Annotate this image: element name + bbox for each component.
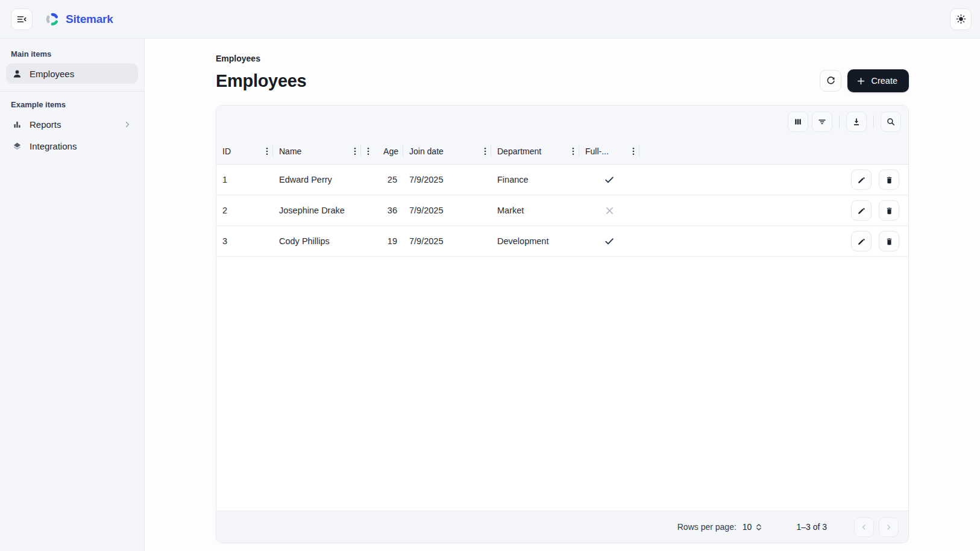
sidebar-item-employees[interactable]: Employees [6,63,138,84]
cell-age[interactable]: 25 [361,165,403,195]
prev-page-button[interactable] [854,517,874,537]
sidebar-item-label: Employees [30,69,74,79]
table-row[interactable]: 3Cody Phillips197/9/2025Development [216,226,908,257]
column-header-department[interactable]: Department [491,138,579,164]
sidebar-item-label: Integrations [30,141,77,151]
bar-chart-icon [12,119,22,130]
cell-age[interactable]: 19 [361,226,403,256]
sidebar-item-reports[interactable]: Reports [6,114,138,134]
main-content: Employees Employees [145,39,980,551]
refresh-icon [826,76,836,86]
filter-icon [817,117,827,127]
rows-per-page-select[interactable]: 10 [743,522,764,532]
edit-button[interactable] [851,169,872,190]
trash-icon [885,206,894,215]
data-grid: IDNameAgeJoin dateDepartmentFull-... 1Ed… [216,105,909,543]
column-header-name[interactable]: Name [273,138,361,164]
column-menu-icon[interactable] [568,147,574,156]
theme-toggle-button[interactable] [950,8,972,30]
sun-icon [956,14,966,24]
column-header-label: ID [222,146,231,156]
brand-mark-icon [45,11,60,27]
toolbar-divider [873,115,874,128]
column-header-join_date[interactable]: Join date [403,138,491,164]
cell-join_date[interactable]: 7/9/2025 [403,195,491,225]
trash-icon [885,237,894,246]
rows-per-page-value: 10 [743,522,752,532]
pagination-controls [854,517,899,537]
check-icon [604,174,615,185]
next-page-button[interactable] [879,517,899,537]
trash-icon [885,175,894,184]
column-header-label: Age [383,146,398,156]
sidebar-section-main-items: Main items [6,47,138,63]
edit-button[interactable] [851,200,872,221]
cell-department[interactable]: Market [491,195,579,225]
cell-name[interactable]: Edward Perry [273,165,361,195]
chevron-right-icon [884,523,893,532]
export-button[interactable] [846,112,867,132]
sidebar-item-integrations[interactable]: Integrations [6,136,138,156]
brand-name: Sitemark [66,13,113,26]
top-bar: Sitemark [0,0,980,39]
brand-logo[interactable]: Sitemark [45,11,113,27]
delete-button[interactable] [879,200,899,221]
column-header-id[interactable]: ID [216,138,273,164]
cell-id[interactable]: 1 [216,165,273,195]
row-actions [639,195,908,225]
refresh-button[interactable] [820,70,841,92]
columns-button[interactable] [788,112,808,132]
chevron-left-icon [859,523,868,532]
column-header-age[interactable]: Age [361,138,403,164]
person-icon [12,69,22,79]
edit-button[interactable] [851,231,872,251]
cell-id[interactable]: 2 [216,195,273,225]
column-header-label: Join date [409,146,444,156]
cell-department[interactable]: Finance [491,165,579,195]
cross-icon [605,206,615,216]
column-menu-icon[interactable] [480,147,486,156]
column-menu-icon[interactable] [629,147,635,156]
page-range-label: 1–3 of 3 [796,522,827,532]
columns-icon [793,117,803,127]
cell-department[interactable]: Development [491,226,579,256]
column-menu-icon[interactable] [262,147,268,156]
search-icon [886,117,896,127]
rows-per-page-label: Rows per page: [677,522,737,532]
cell-id[interactable]: 3 [216,226,273,256]
table-row[interactable]: 1Edward Perry257/9/2025Finance [216,165,908,195]
breadcrumb: Employees [216,54,909,64]
column-menu-icon[interactable] [367,147,373,156]
cell-join_date[interactable]: 7/9/2025 [403,165,491,195]
column-header-filler [639,138,908,164]
column-menu-icon[interactable] [350,147,356,156]
row-actions [639,226,908,256]
delete-button[interactable] [879,231,899,251]
cell-name[interactable]: Josephine Drake [273,195,361,225]
chevron-right-icon [123,120,132,129]
column-header-label: Department [497,146,541,156]
cell-join_date[interactable]: 7/9/2025 [403,226,491,256]
cell-full_time[interactable] [579,226,639,256]
toolbar-divider [839,115,840,128]
cell-name[interactable]: Cody Phillips [273,226,361,256]
download-icon [852,117,861,127]
column-header-full_time[interactable]: Full-... [579,138,639,164]
pencil-icon [857,237,866,246]
table-row[interactable]: 2Josephine Drake367/9/2025Market [216,195,908,226]
sidebar-section-example-items: Example items [6,98,138,114]
grid-body: 1Edward Perry257/9/2025Finance2Josephine… [216,165,908,257]
create-button[interactable]: Create [847,69,909,92]
menu-toggle-button[interactable] [11,8,33,30]
plus-icon [856,77,865,86]
updown-chevron-icon [755,523,763,532]
search-button[interactable] [881,112,901,132]
filter-button[interactable] [812,112,832,132]
row-actions [639,165,908,195]
layers-icon [12,141,22,151]
menu-open-icon [16,14,27,25]
cell-age[interactable]: 36 [361,195,403,225]
cell-full_time[interactable] [579,195,639,225]
delete-button[interactable] [879,169,899,190]
cell-full_time[interactable] [579,165,639,195]
